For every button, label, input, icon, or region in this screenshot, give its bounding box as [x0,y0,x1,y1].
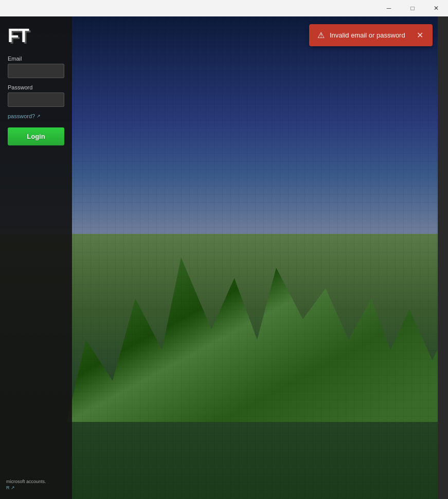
email-input[interactable] [8,64,64,78]
login-panel: FT Email Password password? ↗ Login micr… [0,16,72,499]
window-controls: ─ □ ✕ [377,0,448,16]
bottom-notice: microsoft accounts. R ↗ [0,478,72,491]
password-input[interactable] [8,93,64,107]
logo-letters: FT [8,25,28,46]
notice-ext-icon: ↗ [11,485,15,491]
password-group: Password [8,84,64,107]
error-notification: ⚠ Invalid email or password ✕ [309,24,433,46]
warning-icon: ⚠ [317,30,325,40]
minimize-button[interactable]: ─ [377,0,401,16]
login-button[interactable]: Login [8,127,64,145]
forgot-password-text: password? [8,113,35,119]
forgot-password-link[interactable]: password? ↗ [8,113,64,119]
email-group: Email [8,56,64,78]
notice-link-text: R [6,485,10,491]
password-label: Password [8,84,64,90]
error-message: Invalid email or password [330,31,410,39]
email-label: Email [8,56,64,62]
notice-text: microsoft accounts. [6,479,46,484]
close-button[interactable]: ✕ [424,0,448,16]
titlebar: ─ □ ✕ [0,0,448,16]
minecraft-logo: FT [8,27,64,45]
error-close-button[interactable]: ✕ [416,31,424,40]
right-panel [438,16,448,499]
maximize-button[interactable]: □ [401,0,424,16]
external-link-icon: ↗ [37,114,41,119]
main-content: FT Email Password password? ↗ Login micr… [0,16,448,499]
notice-link[interactable]: R ↗ [6,485,15,491]
